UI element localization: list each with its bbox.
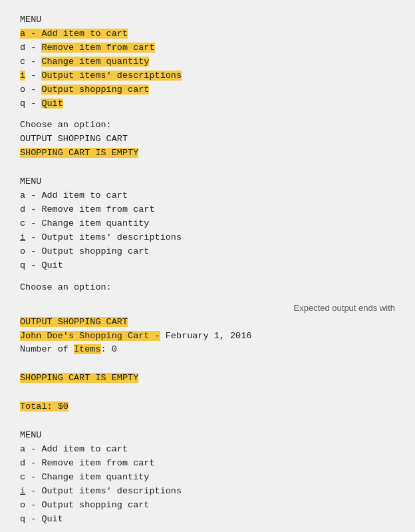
highlight-total: Total: $0 <box>20 401 69 411</box>
line-i-1: i - Output items' descriptions <box>20 69 395 83</box>
highlight-i-1b: Output items' descriptions <box>41 71 182 81</box>
line-output-1: OUTPUT SHOPPING CART <box>20 133 395 146</box>
line-q-3: q - Quit <box>20 513 395 527</box>
line-empty-2: SHOPPING CART IS EMPTY <box>20 372 395 386</box>
block-4: Choose an option: <box>20 281 395 295</box>
line-i-2: i - Output items' descriptions <box>20 231 395 245</box>
highlight-c-1: Change item quantity <box>41 57 149 67</box>
line-total: Total: $0 <box>20 400 395 414</box>
highlight-o-1: Output shopping cart <box>41 85 149 95</box>
highlight-d-1: Remove item from cart <box>41 43 154 53</box>
line-o-1: o - Output shopping cart <box>20 83 395 97</box>
line-a-1: a - Add item to cart <box>20 27 395 41</box>
highlight-i-1: i <box>20 71 25 81</box>
line-c-1: c - Change item quantity <box>20 55 395 69</box>
highlight-empty-1: SHOPPING CART IS EMPTY <box>20 148 138 158</box>
spacer-1 <box>20 168 395 175</box>
line-q-2: q - Quit <box>20 259 395 273</box>
spacer-3 <box>20 394 395 400</box>
block-3: MENU a - Add item to cart d - Remove ite… <box>20 175 395 272</box>
line-menu-1: MENU <box>20 13 395 27</box>
block-5: OUTPUT SHOPPING CART John Doe's Shopping… <box>20 316 395 358</box>
line-empty-1: SHOPPING CART IS EMPTY <box>20 146 395 160</box>
line-number: Number of Items: 0 <box>20 343 395 357</box>
highlight-john: John Doe's Shopping Cart - <box>20 331 160 341</box>
block-1: MENU a - Add item to cart d - Remove ite… <box>20 13 395 111</box>
highlight-q-1: Quit <box>41 99 63 109</box>
line-menu-3: MENU <box>20 429 395 443</box>
line-choose-1: Choose an option: <box>20 119 395 133</box>
line-choose-2: Choose an option: <box>20 281 395 295</box>
block-8: MENU a - Add item to cart d - Remove ite… <box>20 429 395 526</box>
spacer-4 <box>20 422 395 429</box>
content-area: MENU a - Add item to cart d - Remove ite… <box>20 13 395 532</box>
line-d-3: d - Remove item from cart <box>20 457 395 471</box>
line-o-3: o - Output shopping cart <box>20 499 395 513</box>
spacer-2 <box>20 365 395 372</box>
expected-output-note: Expected output ends with <box>20 303 395 313</box>
line-c-3: c - Change item quantity <box>20 471 395 485</box>
line-output-2: OUTPUT SHOPPING CART <box>20 316 395 330</box>
block-7: Total: $0 <box>20 400 395 414</box>
line-john: John Doe's Shopping Cart - February 1, 2… <box>20 330 395 344</box>
block-2: Choose an option: OUTPUT SHOPPING CART S… <box>20 119 395 160</box>
line-a-2: a - Add item to cart <box>20 189 395 203</box>
highlight-empty-2: SHOPPING CART IS EMPTY <box>20 373 138 383</box>
highlight-output-2: OUTPUT SHOPPING CART <box>20 317 128 327</box>
line-c-2: c - Change item quantity <box>20 217 395 231</box>
line-o-2: o - Output shopping cart <box>20 245 395 259</box>
block-6: SHOPPING CART IS EMPTY <box>20 372 395 386</box>
line-d-2: d - Remove item from cart <box>20 203 395 217</box>
line-i-3: i - Output items' descriptions <box>20 485 395 499</box>
line-menu-2: MENU <box>20 175 395 189</box>
line-q-1: q - Quit <box>20 97 395 111</box>
highlight-items-1: Items <box>74 344 101 354</box>
line-d-1: d - Remove item from cart <box>20 41 395 55</box>
line-a-3: a - Add item to cart <box>20 443 395 457</box>
highlight-a-1: a - Add item to cart <box>20 29 128 39</box>
